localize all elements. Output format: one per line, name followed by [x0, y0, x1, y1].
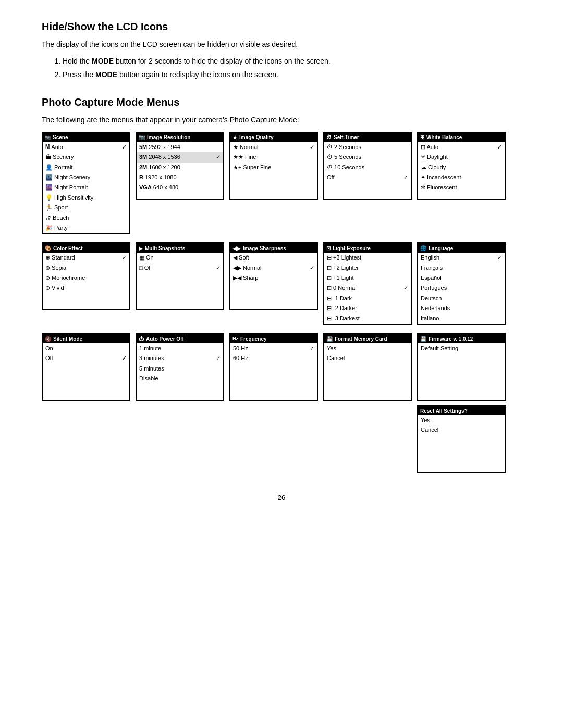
- freq-50hz: 50 Hz✓: [230, 343, 317, 353]
- section-photo-capture: Photo Capture Mode Menus The following a…: [42, 96, 521, 473]
- quality-normal: ★ Normal✓: [230, 142, 317, 152]
- ce-monochrome: ⊘ Monochrome: [43, 273, 129, 283]
- lang-header-label: Language: [429, 245, 453, 251]
- fm-header-icon: 💾: [326, 336, 333, 342]
- menu-scene: 📷 Scene M Auto✓ 🏔 Scenery 👤 Portrait 🌃 N…: [42, 132, 130, 235]
- ms-on: ▦ On: [137, 253, 223, 263]
- scene-sport: 🏃 Sport: [43, 203, 129, 213]
- menu-firmware-wrapper: 💾 Firmware v. 1.0.12 Default Setting Res…: [417, 333, 506, 473]
- scene-night-scenery: 🌃 Night Scenery: [43, 172, 129, 182]
- menu-scene-header: 📷 Scene: [43, 133, 129, 142]
- menu-image-sharpness: ◀▶ Image Sharpness ◀ Soft ◀▶ Normal✓ ▶◀ …: [229, 242, 318, 310]
- scene-auto: M Auto✓: [43, 142, 129, 152]
- menu-apo-header: ⏻ Auto Power Off: [137, 334, 223, 343]
- step-2: Press the MODE button again to redisplay…: [63, 69, 521, 80]
- menu-image-resolution: 📷 Image Resolution 5M 2592 x 1944 3M 204…: [136, 132, 224, 200]
- menu-light-exposure-wrapper: ⊡ Light Exposure ⊞ +3 Lightest ⊞ +2 Ligh…: [323, 242, 412, 325]
- ms-off: □ Off✓: [137, 263, 223, 273]
- firmware-container: 💾 Firmware v. 1.0.12 Default Setting Res…: [417, 333, 506, 473]
- le-light: ⊞ +1 Light: [324, 273, 411, 283]
- menu-quality-header: ★ Image Quality: [230, 133, 317, 142]
- res-2m: 2M 1600 x 1200: [137, 163, 223, 172]
- menu-ms-header: ▶ Multi Snapshots: [137, 243, 223, 253]
- menu-color-effect-wrapper: 🎨 Color Effect ⊕ Standard✓ ⊗ Sepia ⊘ Mon…: [42, 242, 130, 325]
- scene-items: M Auto✓ 🏔 Scenery 👤 Portrait 🌃 Night Sce…: [43, 142, 129, 233]
- menu-image-quality-wrapper: ★ Image Quality ★ Normal✓ ★★ Fine ★+ Sup…: [229, 132, 318, 235]
- timer-2s: ⏱ 2 Seconds: [324, 142, 411, 152]
- quality-header-label: Image Quality: [239, 134, 274, 140]
- scene-header-label: Scene: [53, 134, 68, 140]
- reset-items: Yes Cancel: [418, 415, 505, 436]
- menu-resolution-header: 📷 Image Resolution: [137, 133, 223, 142]
- menu-language-wrapper: 🌐 Language English✓ Français Español Por…: [417, 242, 506, 325]
- fw-header-icon: 💾: [420, 336, 426, 342]
- wb-cloudy: ☁ Cloudy: [418, 163, 505, 172]
- scene-night-portrait: 🌆 Night Portrait: [43, 182, 129, 192]
- scene-portrait: 👤 Portrait: [43, 163, 129, 172]
- menu-le-header: ⊡ Light Exposure: [324, 243, 411, 253]
- menu-wb-header: ⊞ White Balance: [418, 133, 505, 142]
- reset-yes: Yes: [418, 415, 505, 425]
- freq-header-icon: Hz: [232, 336, 238, 341]
- ms-items: ▦ On □ Off✓: [137, 253, 223, 273]
- scene-scenery: 🏔 Scenery: [43, 152, 129, 162]
- ce-header-label: Color Effect: [53, 245, 83, 251]
- sharp-normal: ◀▶ Normal✓: [230, 263, 317, 273]
- res-vga: VGA 640 x 480: [137, 182, 223, 192]
- freq-header-label: Frequency: [240, 336, 267, 342]
- timer-items: ⏱ 2 Seconds ⏱ 5 Seconds ⏱ 10 Seconds Off…: [324, 142, 411, 183]
- sharp-sharp: ▶◀ Sharp: [230, 273, 317, 283]
- menu-fw-header: 💾 Firmware v. 1.0.12: [418, 334, 505, 343]
- section1-steps: Hold the MODE button for 2 seconds to hi…: [63, 55, 521, 81]
- ms-header-icon: ▶: [139, 245, 143, 251]
- section1-description: The display of the icons on the LCD scre…: [42, 39, 521, 50]
- menu-freq-header: Hz Frequency: [230, 334, 317, 343]
- apo-3min: 3 minutes✓: [137, 353, 223, 363]
- menu-lang-header: 🌐 Language: [418, 243, 505, 253]
- sharp-soft: ◀ Soft: [230, 253, 317, 263]
- menu-scene-wrapper: 📷 Scene M Auto✓ 🏔 Scenery 👤 Portrait 🌃 N…: [42, 132, 130, 235]
- lang-german: Deutsch: [418, 293, 505, 303]
- menu-firmware: 💾 Firmware v. 1.0.12 Default Setting: [417, 333, 506, 401]
- reset-header-label: Reset All Settings?: [420, 408, 468, 414]
- le-header-label: Light Exposure: [333, 245, 371, 251]
- menu-self-timer-wrapper: ⏱ Self-Timer ⏱ 2 Seconds ⏱ 5 Seconds ⏱ 1…: [323, 132, 412, 235]
- freq-60hz: 60 Hz: [230, 353, 317, 363]
- resolution-items: 5M 2592 x 1944 3M 2048 x 1536✓ 2M 1600 x…: [137, 142, 223, 193]
- le-normal: ⊡ 0 Normal✓: [324, 283, 411, 293]
- apo-1min: 1 minute: [137, 343, 223, 353]
- res-5m: 5M 2592 x 1944: [137, 142, 223, 152]
- menu-format-memory: 💾 Format Memory Card Yes Cancel: [323, 333, 412, 401]
- menus-row-1: 📷 Scene M Auto✓ 🏔 Scenery 👤 Portrait 🌃 N…: [42, 132, 521, 235]
- menus-grid: 📷 Scene M Auto✓ 🏔 Scenery 👤 Portrait 🌃 N…: [42, 132, 521, 473]
- quality-fine: ★★ Fine: [230, 152, 317, 162]
- wb-header-icon: ⊞: [420, 134, 424, 140]
- lang-portuguese: Português: [418, 283, 505, 293]
- timer-off: Off✓: [324, 172, 411, 182]
- section2-title: Photo Capture Mode Menus: [42, 96, 521, 108]
- menus-row-2: 🎨 Color Effect ⊕ Standard✓ ⊗ Sepia ⊘ Mon…: [42, 242, 521, 325]
- sharp-header-icon: ◀▶: [232, 245, 241, 251]
- timer-10s: ⏱ 10 Seconds: [324, 163, 411, 172]
- menu-white-balance: ⊞ White Balance ⊞ Auto✓ ✳ Daylight ☁ Clo…: [417, 132, 506, 200]
- menu-frequency: Hz Frequency 50 Hz✓ 60 Hz: [229, 333, 318, 401]
- menu-format-memory-wrapper: 💾 Format Memory Card Yes Cancel: [323, 333, 412, 473]
- timer-header-label: Self-Timer: [334, 134, 359, 140]
- scene-beach: 🏖 Beach: [43, 213, 129, 223]
- wb-daylight: ✳ Daylight: [418, 152, 505, 162]
- menu-silent-mode-wrapper: 🔇 Silent Mode On Off✓: [42, 333, 130, 473]
- timer-5s: ⏱ 5 Seconds: [324, 152, 411, 162]
- menu-ce-header: 🎨 Color Effect: [43, 243, 129, 253]
- scene-high-sensitivity: 💡 High Sensitivity: [43, 193, 129, 203]
- apo-items: 1 minute 3 minutes✓ 5 minutes Disable: [137, 343, 223, 384]
- quality-header-icon: ★: [232, 134, 237, 140]
- wb-header-label: White Balance: [426, 134, 462, 140]
- page-number: 26: [42, 493, 521, 501]
- wb-auto: ⊞ Auto✓: [418, 142, 505, 152]
- le-darkest: ⊟ -3 Darkest: [324, 314, 411, 324]
- menus-row-3: 🔇 Silent Mode On Off✓ ⏻ Aut: [42, 333, 521, 473]
- fm-yes: Yes: [324, 343, 411, 353]
- ms-header-label: Multi Snapshots: [145, 245, 185, 251]
- step-1: Hold the MODE button for 2 seconds to hi…: [63, 55, 521, 67]
- menu-sm-header: 🔇 Silent Mode: [43, 334, 129, 343]
